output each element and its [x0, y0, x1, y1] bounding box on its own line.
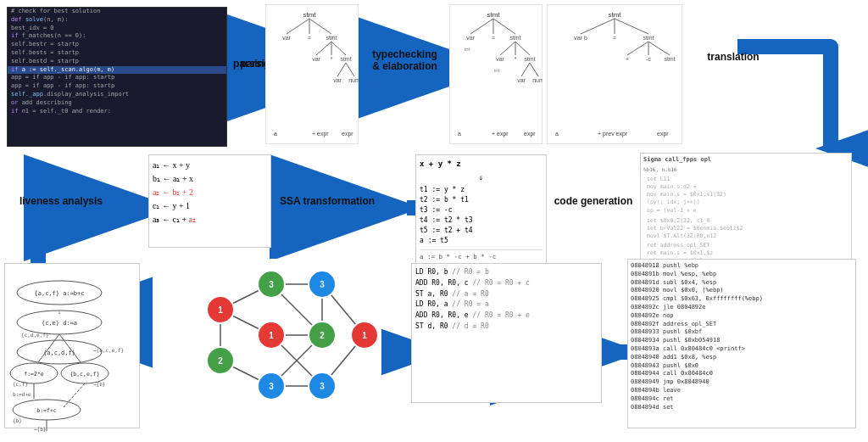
svg-text:stmt: stmt	[664, 56, 675, 62]
svg-text:→{b,c,e,f}: →{b,c,e,f}	[93, 347, 124, 353]
svg-text:+: +	[626, 56, 629, 62]
svg-text:expr: expr	[342, 131, 353, 137]
svg-text:stmt: stmt	[509, 35, 520, 41]
svg-text:int: int	[465, 47, 470, 52]
graph-coloring-visual: 1 3 3 2 1 2 1 3 3	[153, 259, 381, 416]
svg-line-72	[38, 334, 59, 362]
svg-text:a: a	[458, 131, 461, 137]
svg-text:b:=f+c: b:=f+c	[36, 407, 57, 414]
svg-text:f:=2*e: f:=2*e	[24, 371, 44, 378]
svg-text:expr: expr	[524, 131, 536, 137]
svg-text:expr: expr	[657, 131, 669, 137]
typechecking-label: typechecking& elaboration	[364, 48, 445, 72]
parse-tree-1: stmt var = stmt var * stmt var num a + e…	[265, 4, 359, 144]
svg-text:→{b}: →{b}	[93, 381, 105, 387]
svg-rect-24	[449, 4, 542, 144]
svg-text:var: var	[312, 56, 320, 62]
svg-text:→{b}: →{b}	[34, 426, 46, 432]
liveness-label: liveness analysis	[10, 195, 112, 207]
svg-text:*: *	[515, 56, 517, 62]
ssa-code-box: x + y * z ⇓ t1 := y * z t2 := b * t1 t3 …	[415, 154, 547, 265]
code-editor: # check for best solution def solve(n, m…	[7, 7, 227, 147]
svg-text:2: 2	[320, 331, 325, 340]
reg-alloc-box: LD R0, b // R0 = b ADD R0, R0, c // R0 =…	[411, 263, 602, 403]
svg-text:b:=d+e: b:=d+e	[13, 391, 31, 397]
svg-text:num: num	[532, 77, 542, 83]
svg-text:var: var	[333, 77, 342, 83]
typecheck-tree: stmt var = stmt int var * stmt int var n…	[449, 4, 542, 144]
svg-text:stmt: stmt	[643, 35, 654, 41]
svg-text:{b,c,e,f}: {b,c,e,f}	[70, 371, 99, 378]
translation-tree: stmt var b = stmt + -c stmt a + prev exp…	[547, 4, 682, 144]
svg-text:3: 3	[269, 280, 274, 289]
svg-text:{a,c,d,f}: {a,c,d,f}	[43, 350, 75, 356]
svg-text:3: 3	[320, 382, 325, 391]
svg-text:↓: ↓	[58, 309, 61, 315]
svg-text:var: var	[466, 35, 475, 41]
translation-label: translation	[695, 51, 771, 63]
svg-text:1: 1	[269, 331, 274, 340]
svg-line-73	[59, 334, 81, 362]
svg-text:stmt: stmt	[303, 11, 316, 19]
liveness-graph: {a,c,f} a:=b+c {c,e} d:=a {a,c,d,f} ↓ {c…	[4, 263, 140, 428]
svg-text:var: var	[496, 56, 504, 62]
svg-text:var: var	[517, 77, 526, 83]
svg-text:a: a	[555, 131, 559, 137]
svg-text:=: =	[308, 35, 311, 41]
svg-text:{c,d,e,f}: {c,d,e,f}	[21, 332, 49, 338]
svg-text:=: =	[613, 35, 616, 41]
svg-text:stmt: stmt	[608, 11, 621, 19]
svg-text:=: =	[492, 35, 495, 41]
svg-text:a: a	[274, 131, 277, 137]
svg-text:3: 3	[320, 280, 325, 289]
svg-text:{c,f}: {c,f}	[13, 381, 28, 387]
svg-text:-c: -c	[646, 56, 651, 62]
ssa-vars-box: a₁ ← x + y b₁ ← a₁ + x a₂ ← b₁ + 2 c₁ ← …	[148, 154, 271, 248]
svg-text:{a,c,f}  a:=b+c: {a,c,f} a:=b+c	[34, 290, 84, 297]
svg-text:stmt: stmt	[524, 56, 535, 62]
svg-text:2: 2	[218, 356, 223, 366]
svg-text:stmt: stmt	[487, 11, 500, 19]
svg-text:var b: var b	[574, 35, 587, 41]
ssa-transform-label: SSA transformation	[268, 195, 387, 207]
svg-text:1: 1	[218, 305, 223, 315]
code-gen-label: code generation	[551, 195, 636, 207]
svg-text:{b}: {b}	[13, 417, 22, 423]
output-box: 08048918 pushl %ebp 0804891b movl %esp, …	[627, 259, 856, 428]
svg-text:+ expr: + expr	[492, 131, 509, 137]
svg-text:int: int	[494, 68, 500, 73]
svg-text:+ prev expr: + prev expr	[598, 131, 628, 137]
svg-text:num: num	[348, 77, 359, 83]
svg-rect-3	[265, 4, 359, 144]
svg-text:{c,e}  d:=a: {c,e} d:=a	[42, 320, 77, 327]
svg-text:1: 1	[362, 331, 367, 340]
svg-text:3: 3	[269, 382, 274, 391]
svg-text:stmt: stmt	[326, 35, 337, 41]
svg-text:var: var	[282, 35, 291, 41]
svg-text:stmt: stmt	[340, 56, 351, 62]
svg-text:+ expr: + expr	[312, 131, 329, 137]
svg-text:*: *	[331, 56, 333, 62]
